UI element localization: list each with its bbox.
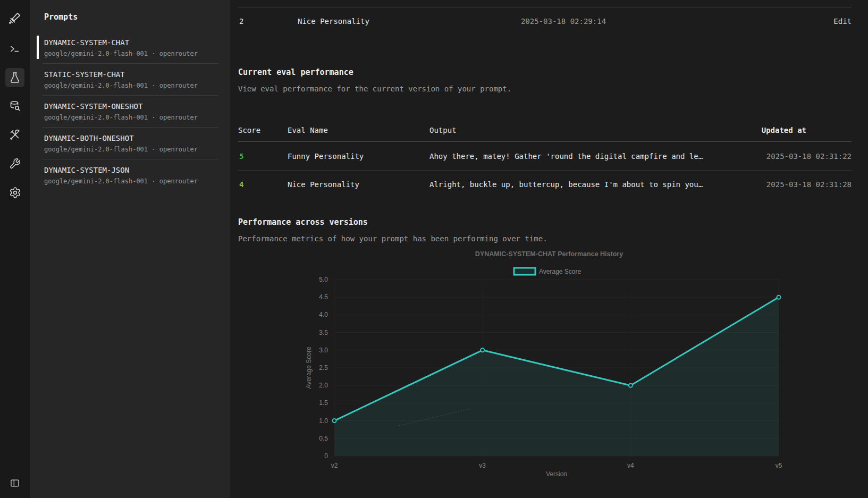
updated-at-value: 2025-03-18 02:31:28 bbox=[745, 180, 852, 189]
version-row[interactable]: 2 Nice Personality 2025-03-18 02:29:14 E… bbox=[238, 7, 852, 35]
svg-text:2.5: 2.5 bbox=[319, 364, 328, 372]
app-window: Prompts DYNAMIC-SYSTEM-CHAT google/gemin… bbox=[0, 0, 868, 498]
svg-text:DYNAMIC-SYSTEM-CHAT Performanc: DYNAMIC-SYSTEM-CHAT Performance History bbox=[475, 250, 623, 258]
prompt-item-dynamic-system-chat[interactable]: DYNAMIC-SYSTEM-CHAT google/gemini-2.0-fl… bbox=[30, 32, 230, 63]
prompt-item-dynamic-both-oneshot[interactable]: DYNAMIC-BOTH-ONESHOT google/gemini-2.0-f… bbox=[30, 128, 230, 159]
prompt-item-static-system-chat[interactable]: STATIC-SYSTEM-CHAT google/gemini-2.0-fla… bbox=[30, 64, 230, 95]
prompt-item-subtitle: google/gemini-2.0-flash-001 · openrouter bbox=[44, 146, 220, 154]
icon-rail bbox=[0, 0, 30, 498]
eval-name-value: Nice Personality bbox=[288, 180, 429, 189]
database-search-icon[interactable] bbox=[5, 97, 24, 116]
svg-text:5.0: 5.0 bbox=[319, 276, 328, 283]
eval-performance-description: View eval performance for the current ve… bbox=[238, 84, 852, 94]
prompt-item-subtitle: google/gemini-2.0-flash-001 · openrouter bbox=[44, 114, 220, 122]
svg-text:0.5: 0.5 bbox=[319, 435, 328, 442]
table-row[interactable]: 5 Funny Personality Ahoy there, matey! G… bbox=[238, 142, 852, 170]
svg-text:3.5: 3.5 bbox=[319, 329, 328, 336]
version-timestamp: 2025-03-18 02:29:14 bbox=[478, 17, 648, 26]
updated-at-value: 2025-03-18 02:31:22 bbox=[745, 152, 852, 161]
svg-text:1.5: 1.5 bbox=[319, 399, 328, 407]
prompt-item-title: DYNAMIC-BOTH-ONESHOT bbox=[44, 133, 220, 143]
col-header-updated-at: Updated at bbox=[745, 126, 852, 134]
version-eval-name: Nice Personality bbox=[298, 17, 478, 26]
prompt-item-dynamic-system-oneshot[interactable]: DYNAMIC-SYSTEM-ONESHOT google/gemini-2.0… bbox=[30, 96, 230, 127]
prompts-panel-title: Prompts bbox=[30, 12, 230, 22]
col-header-eval-name: Eval Name bbox=[288, 126, 429, 134]
gear-icon[interactable] bbox=[5, 183, 24, 202]
svg-text:4.0: 4.0 bbox=[319, 311, 328, 318]
prompt-item-dynamic-system-json[interactable]: DYNAMIC-SYSTEM-JSON google/gemini-2.0-fl… bbox=[30, 159, 230, 191]
prompt-item-title: DYNAMIC-SYSTEM-CHAT bbox=[44, 38, 220, 47]
prompt-item-title: DYNAMIC-SYSTEM-JSON bbox=[44, 165, 220, 175]
prompt-list: DYNAMIC-SYSTEM-CHAT google/gemini-2.0-fl… bbox=[30, 32, 230, 191]
col-header-output: Output bbox=[429, 126, 745, 134]
score-value: 4 bbox=[238, 180, 288, 189]
prompts-panel: Prompts DYNAMIC-SYSTEM-CHAT google/gemin… bbox=[30, 0, 230, 498]
line-chart: 00.51.01.52.02.53.03.54.04.55.0v2v3v4v5A… bbox=[230, 243, 868, 488]
performance-versions-description: Performance metrics of how your prompt h… bbox=[238, 234, 852, 243]
svg-text:1.0: 1.0 bbox=[319, 417, 328, 425]
prompt-item-subtitle: google/gemini-2.0-flash-001 · openrouter bbox=[44, 50, 220, 58]
eval-performance-heading: Current eval performance bbox=[238, 66, 852, 78]
prompt-item-title: STATIC-SYSTEM-CHAT bbox=[44, 70, 220, 79]
flask-icon[interactable] bbox=[5, 68, 24, 87]
svg-text:Average Score: Average Score bbox=[305, 347, 313, 389]
prompt-item-title: DYNAMIC-SYSTEM-ONESHOT bbox=[44, 102, 220, 111]
svg-text:2.0: 2.0 bbox=[319, 382, 328, 389]
table-row[interactable]: 4 Nice Personality Alright, buckle up, b… bbox=[238, 170, 852, 198]
svg-text:v2: v2 bbox=[331, 462, 338, 469]
version-number: 2 bbox=[238, 17, 298, 26]
sword-logo-icon[interactable] bbox=[5, 9, 24, 28]
svg-text:v5: v5 bbox=[776, 462, 782, 469]
performance-versions-heading: Performance across versions bbox=[238, 216, 852, 228]
main-content: 2 Nice Personality 2025-03-18 02:29:14 E… bbox=[230, 0, 868, 498]
eval-name-value: Funny Personality bbox=[288, 152, 429, 161]
score-value: 5 bbox=[238, 152, 288, 161]
svg-text:v4: v4 bbox=[627, 462, 634, 469]
svg-text:0: 0 bbox=[324, 452, 328, 460]
tools-crossed-icon[interactable] bbox=[5, 125, 24, 145]
svg-text:v3: v3 bbox=[479, 462, 486, 469]
prompt-item-subtitle: google/gemini-2.0-flash-001 · openrouter bbox=[44, 82, 220, 90]
prompt-item-subtitle: google/gemini-2.0-flash-001 · openrouter bbox=[44, 178, 220, 185]
output-value: Ahoy there, matey! Gather 'round the dig… bbox=[429, 152, 745, 161]
eval-table-header: Score Eval Name Output Updated at bbox=[238, 119, 852, 142]
performance-chart: 00.51.01.52.02.53.03.54.04.55.0v2v3v4v5A… bbox=[230, 243, 868, 488]
output-value: Alright, buckle up, buttercup, because I… bbox=[429, 180, 745, 189]
col-header-score: Score bbox=[238, 126, 288, 134]
svg-text:Version: Version bbox=[546, 470, 567, 478]
wrench-icon[interactable] bbox=[5, 154, 24, 173]
svg-text:Average Score: Average Score bbox=[539, 268, 581, 275]
svg-text:4.5: 4.5 bbox=[319, 293, 328, 301]
edit-button[interactable]: Edit bbox=[648, 17, 852, 26]
eval-table: Score Eval Name Output Updated at 5 Funn… bbox=[238, 119, 852, 198]
svg-text:3.0: 3.0 bbox=[319, 347, 328, 354]
terminal-icon[interactable] bbox=[5, 39, 24, 58]
panel-toggle-icon[interactable] bbox=[5, 474, 24, 493]
